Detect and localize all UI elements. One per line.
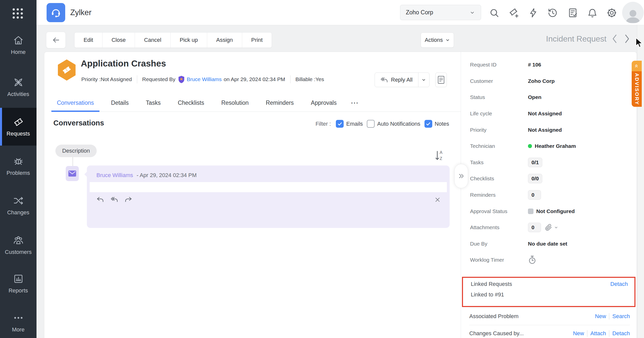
sidebar-item-changes[interactable]: Changes (0, 187, 37, 224)
problem-new-link[interactable]: New (592, 313, 609, 320)
notes-checkbox[interactable] (424, 120, 432, 128)
field-checklists: Checklists 0/0 (461, 171, 637, 187)
sidebar-item-home[interactable]: Home (0, 26, 37, 64)
expand-panel-button[interactable] (454, 164, 468, 188)
bar-chart-icon (13, 273, 24, 284)
priority-value: Not Assigned (101, 76, 132, 82)
requested-on: on Apr 29, 2024 02:34 PM (224, 76, 285, 82)
checklists-count-badge[interactable]: 0/0 (528, 174, 542, 183)
approval-status-square (528, 209, 533, 214)
user-avatar[interactable] (622, 2, 644, 23)
tasks-count-badge[interactable]: 0/1 (528, 158, 542, 167)
change-attach-link[interactable]: Attach (587, 330, 609, 337)
actions-button[interactable]: Actions (421, 32, 454, 48)
field-worklog-timer: Worklog Timer (461, 252, 637, 268)
sidebar-item-customers[interactable]: Customers (0, 226, 37, 264)
message-timestamp: - Apr 29, 2024 02:34 PM (137, 172, 197, 178)
requester-link[interactable]: Bruce Williams (187, 76, 222, 82)
sidebar-item-label: Home (11, 49, 26, 55)
field-customer: Customer Zoho Corp (461, 73, 637, 89)
ticket-icon (13, 116, 24, 127)
ellipsis-icon (13, 312, 24, 323)
emails-checkbox[interactable] (336, 120, 344, 128)
attachments-count-badge[interactable]: 0 (528, 223, 541, 232)
request-details-panel: Request ID # 106 Customer Zoho Corp Stat… (461, 52, 637, 338)
close-button[interactable]: Close (102, 32, 135, 48)
brand-logo-icon[interactable] (47, 3, 65, 22)
auto-notifications-filter-label: Auto Notifications (377, 121, 420, 127)
tab-reminders[interactable]: Reminders (260, 94, 299, 112)
advisory-label: ADVISORY (634, 73, 640, 105)
assign-button[interactable]: Assign (207, 32, 242, 48)
sidebar-item-label: More (12, 326, 24, 333)
chevron-down-icon (469, 10, 475, 16)
sidebar-item-label: Customers (5, 249, 31, 255)
brand-name: Zylker (70, 8, 91, 17)
tab-details[interactable]: Details (105, 94, 134, 112)
search-icon[interactable] (489, 7, 500, 18)
edit-button[interactable]: Edit (75, 32, 102, 48)
forward-icon[interactable] (125, 196, 132, 203)
sidebar-item-label: Changes (7, 209, 29, 216)
tab-checklists[interactable]: Checklists (172, 94, 210, 112)
reply-options-chevron[interactable] (418, 73, 429, 87)
gear-icon[interactable] (606, 7, 617, 18)
sidebar-item-requests[interactable]: Requests (0, 108, 37, 146)
reply-icon[interactable] (96, 196, 104, 203)
double-chevron-right-icon (457, 173, 465, 180)
attach-file-button[interactable] (545, 224, 558, 231)
detach-link[interactable]: Detach (610, 281, 628, 287)
field-request-id: Request ID # 106 (461, 57, 637, 73)
sidebar-item-reports[interactable]: Reports (0, 265, 37, 302)
toolbar-button-group: Edit Close Cancel Pick up Assign Print (74, 32, 272, 48)
sidebar-item-label: Problems (7, 170, 30, 176)
tab-tasks[interactable]: Tasks (140, 94, 166, 112)
sidebar-item-problems[interactable]: Problems (0, 147, 37, 185)
problem-search-link[interactable]: Search (609, 313, 630, 320)
cancel-button[interactable]: Cancel (135, 32, 170, 48)
close-icon[interactable] (435, 197, 441, 203)
billable-label: Billable : (296, 76, 315, 82)
bell-icon[interactable] (587, 7, 598, 18)
tab-more[interactable]: ••• (348, 94, 362, 112)
change-new-link[interactable]: New (570, 330, 587, 337)
pickup-button[interactable]: Pick up (171, 32, 207, 48)
flash-icon[interactable] (528, 7, 539, 18)
tab-conversations[interactable]: Conversations (51, 94, 99, 112)
ticket-add-icon[interactable] (508, 7, 519, 18)
sort-icon[interactable]: AZ (434, 150, 445, 161)
reply-all-button[interactable]: Reply All (375, 73, 418, 87)
description-chip[interactable]: Description (55, 145, 97, 157)
chevron-down-icon (445, 38, 450, 42)
sidebar-item-activities[interactable]: Activities (0, 68, 37, 106)
tab-resolution[interactable]: Resolution (216, 94, 254, 112)
back-button[interactable] (46, 32, 66, 48)
requested-by-label: Requested By (142, 76, 175, 82)
change-detach-link[interactable]: Detach (609, 330, 630, 337)
reminders-count-badge[interactable]: 0 (528, 190, 541, 200)
message-author-link[interactable]: Bruce Williams (96, 172, 133, 178)
add-note-button[interactable] (435, 73, 447, 87)
apps-grid-icon[interactable] (13, 8, 23, 19)
linked-to-value: Linked to #91 (463, 287, 634, 298)
advisory-side-tab[interactable]: « ADVISORY (632, 61, 642, 107)
tab-approvals[interactable]: Approvals (305, 94, 342, 112)
advisory-collapse-icon[interactable]: « (632, 61, 642, 71)
history-icon[interactable] (547, 7, 558, 18)
reply-all-icon[interactable] (111, 196, 118, 203)
sidebar-item-more[interactable]: More (0, 304, 37, 338)
conversation-message: Bruce Williams - Apr 29, 2024 02:34 PM (87, 165, 450, 228)
print-button[interactable]: Print (242, 32, 272, 48)
sidebar-item-label: Reports (9, 287, 28, 294)
request-card: Application Crashes Priority :Not Assign… (44, 52, 637, 338)
people-icon (13, 235, 24, 246)
prev-record-icon[interactable] (611, 34, 619, 44)
next-record-icon[interactable] (623, 34, 631, 44)
auto-notifications-checkbox[interactable] (367, 120, 375, 128)
form-check-icon[interactable] (567, 7, 578, 18)
org-selector[interactable]: Zoho Corp (400, 5, 481, 20)
request-meta: Priority :Not Assigned Requested By Bruc… (81, 75, 324, 84)
field-tasks: Tasks 0/1 (461, 154, 637, 171)
sidebar-item-label: Activities (7, 91, 29, 97)
stopwatch-icon[interactable] (528, 255, 536, 265)
